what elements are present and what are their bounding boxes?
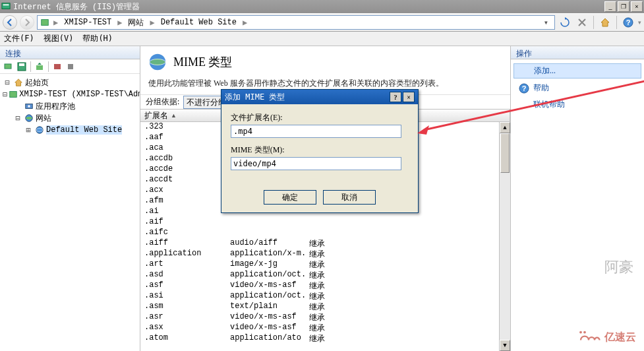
breadcrumb-server[interactable]: XMISP-TEST — [62, 18, 113, 27]
header-extension[interactable]: 扩展名▲ — [140, 110, 226, 121]
tree-twisty[interactable]: ⊞ — [24, 125, 33, 135]
page-title: MIME 类型 — [173, 54, 233, 70]
save-button[interactable] — [16, 61, 28, 73]
breadcrumb-dropdown[interactable]: ▾ — [541, 18, 552, 28]
cell-mime: application/ato — [226, 333, 305, 344]
server-icon — [9, 89, 18, 100]
back-button[interactable] — [3, 15, 17, 30]
stop-node-button[interactable] — [65, 61, 76, 73]
close-button[interactable]: × — [631, 1, 643, 12]
forward-button[interactable] — [20, 15, 34, 30]
svg-rect-5 — [5, 64, 11, 69]
action-联机帮助[interactable]: 联机帮助 — [513, 98, 641, 112]
connections-tree[interactable]: ⊟起始页⊟XMISP-TEST (XMISP-TEST\Adm应用程序池⊟网站⊞… — [0, 74, 140, 139]
cell-entry: 继承 — [305, 270, 510, 280]
refresh-button[interactable] — [558, 15, 572, 30]
svg-point-23 — [579, 331, 582, 334]
tree-node[interactable]: ⊞Default Web Site — [3, 124, 137, 136]
scroll-down-button[interactable]: ▼ — [500, 340, 510, 351]
cell-entry: 继承 — [305, 302, 510, 312]
tree-twisty[interactable]: ⊟ — [13, 113, 22, 123]
tree-node[interactable]: ⊟XMISP-TEST (XMISP-TEST\Adm — [3, 88, 137, 100]
table-row[interactable]: .aiffaudio/aiff继承 — [140, 238, 510, 249]
table-row[interactable]: .aif — [140, 217, 510, 228]
menu-view[interactable]: 视图(V) — [44, 33, 74, 44]
navigation-bar: ▶ XMISP-TEST ▶ 网站 ▶ Default Web Site ▶ ▾… — [0, 13, 644, 32]
breadcrumb-sites[interactable]: 网站 — [126, 17, 146, 28]
mime-input[interactable] — [231, 157, 401, 170]
maximize-button[interactable]: ❐ — [618, 1, 629, 12]
table-row[interactable]: .artimage/x-jg继承 — [140, 259, 510, 270]
table-row[interactable]: .applicationapplication/x-m...继承 — [140, 249, 510, 259]
dialog-title: 添加 MIME 类型 — [225, 92, 388, 103]
iis-icon — [1, 2, 11, 11]
table-row[interactable]: .asdapplication/oct...继承 — [140, 270, 510, 280]
cell-ext: .asr — [140, 312, 226, 323]
pool-icon — [24, 101, 34, 112]
ok-button[interactable]: 确定 — [264, 190, 316, 205]
breadcrumb-site[interactable]: Default Web Site — [159, 18, 239, 27]
dialog-title-bar[interactable]: 添加 MIME 类型 ? × — [221, 90, 418, 104]
menu-file[interactable]: 文件(F) — [4, 33, 34, 44]
connect-button[interactable] — [3, 61, 15, 73]
tree-node[interactable]: ⊟起始页 — [3, 77, 137, 88]
table-row[interactable]: .asmtext/plain继承 — [140, 302, 510, 312]
delete-node-button[interactable] — [51, 61, 63, 73]
scroll-thumb[interactable] — [500, 133, 510, 173]
add-icon — [519, 66, 530, 77]
cell-ext: .art — [140, 259, 226, 270]
cell-entry — [305, 228, 510, 238]
cell-mime: audio/aiff — [226, 238, 305, 249]
none-icon — [519, 100, 529, 110]
cell-entry — [305, 217, 510, 228]
cell-ext: .accdb — [140, 154, 226, 164]
cell-ext: .asm — [140, 302, 226, 312]
cell-mime — [226, 228, 305, 238]
breadcrumb-bar[interactable]: ▶ XMISP-TEST ▶ 网站 ▶ Default Web Site ▶ ▾ — [37, 15, 555, 30]
tree-twisty[interactable]: ⊟ — [3, 78, 12, 87]
extension-label: 文件扩展名(E): — [231, 112, 409, 123]
watermark-text: 亿速云 — [604, 331, 636, 344]
stop-button[interactable] — [575, 15, 589, 30]
dialog-help-button[interactable]: ? — [390, 92, 401, 102]
vertical-scrollbar[interactable]: ▲ ▼ — [499, 122, 510, 351]
tree-node[interactable]: ⊟网站 — [3, 112, 137, 124]
action-link-text: 添加... — [534, 65, 556, 77]
scroll-up-button[interactable]: ▲ — [500, 122, 510, 133]
cell-mime: application/x-m... — [226, 249, 305, 259]
cell-ext: .aiff — [140, 238, 226, 249]
home-button[interactable] — [598, 15, 612, 30]
grouping-label: 分组依据: — [146, 96, 179, 108]
menu-help[interactable]: 帮助(H) — [82, 33, 113, 44]
extension-input[interactable] — [231, 125, 401, 138]
svg-point-15 — [36, 127, 44, 134]
action-添加[interactable]: 添加... — [513, 63, 641, 79]
help-button[interactable]: ? — [621, 15, 635, 30]
minimize-button[interactable]: _ — [604, 1, 616, 12]
table-row[interactable]: .aifc — [140, 228, 510, 238]
table-row[interactable]: .atomapplication/ato继承 — [140, 333, 510, 344]
sort-indicator-icon: ▲ — [171, 112, 177, 119]
tree-node[interactable]: 应用程序池 — [3, 100, 137, 112]
cell-ext: .aca — [140, 143, 226, 154]
svg-rect-8 — [36, 65, 43, 70]
table-row[interactable]: .asxvideo/x-ms-asf继承 — [140, 323, 510, 333]
cell-mime — [226, 217, 305, 228]
up-level-button[interactable] — [34, 61, 45, 73]
cell-ext: .aaf — [140, 133, 226, 143]
tree-label: XMISP-TEST (XMISP-TEST\Adm — [19, 90, 140, 99]
dialog-close-button[interactable]: × — [403, 92, 415, 102]
cell-entry: 继承 — [305, 280, 510, 291]
table-row[interactable]: .asfvideo/x-ms-asf继承 — [140, 280, 510, 291]
tree-twisty[interactable]: ⊟ — [3, 90, 7, 99]
server-icon — [40, 18, 49, 27]
web-icon — [34, 125, 45, 135]
table-row[interactable]: .asiapplication/oct...继承 — [140, 291, 510, 302]
help-icon: ? — [519, 83, 529, 94]
table-row[interactable]: .asrvideo/x-ms-asf继承 — [140, 312, 510, 323]
cancel-button[interactable]: 取消 — [323, 190, 376, 205]
cell-ext: .acx — [140, 185, 226, 196]
cell-ext: .accdt — [140, 175, 226, 185]
action-帮助[interactable]: ?帮助 — [513, 81, 641, 95]
svg-point-13 — [28, 105, 30, 108]
